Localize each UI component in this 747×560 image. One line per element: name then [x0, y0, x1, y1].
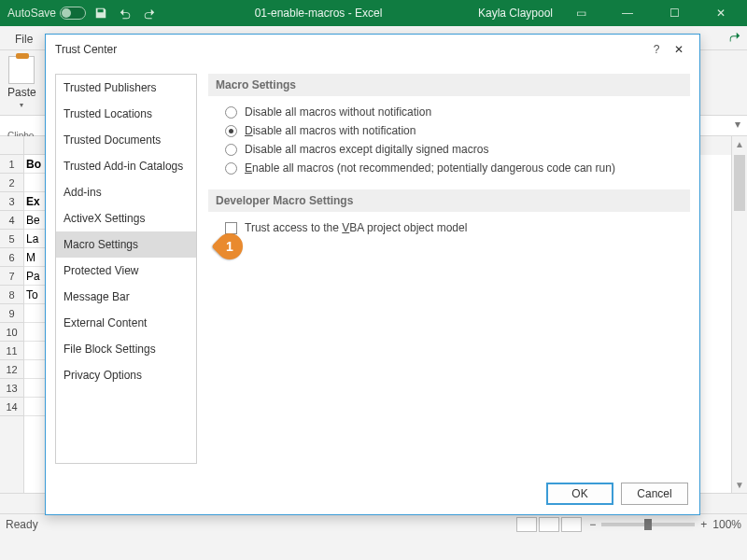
row-header[interactable]: 4	[0, 211, 23, 230]
page-break-icon[interactable]	[561, 517, 582, 532]
nav-trusted-locations[interactable]: Trusted Locations	[56, 101, 196, 127]
vertical-scrollbar[interactable]: ▲ ▼	[731, 136, 747, 493]
normal-view-icon[interactable]	[516, 517, 537, 532]
nav-add-ins[interactable]: Add-ins	[56, 179, 196, 205]
save-icon[interactable]	[92, 4, 110, 22]
scroll-down-icon[interactable]: ▼	[732, 477, 747, 493]
undo-icon[interactable]	[116, 4, 134, 22]
tab-file[interactable]: File	[6, 29, 42, 49]
developer-macro-header: Developer Macro Settings	[208, 189, 690, 212]
minimize-icon[interactable]: —	[609, 0, 646, 26]
row-header[interactable]: 14	[0, 398, 23, 416]
radio-label: Enable all macros (not recommended; pote…	[245, 161, 615, 175]
macro-settings-header: Macro Settings	[208, 74, 690, 96]
redo-icon[interactable]	[140, 4, 159, 22]
status-ready: Ready	[6, 518, 38, 531]
zoom-level[interactable]: 100%	[712, 518, 741, 531]
cancel-button[interactable]: Cancel	[621, 483, 688, 505]
dialog-footer: OK Cancel	[46, 473, 699, 514]
document-title: 01-enable-macros - Excel	[159, 7, 478, 20]
radio-icon	[225, 125, 237, 137]
view-buttons	[516, 517, 582, 532]
nav-file-block-settings[interactable]: File Block Settings	[56, 336, 196, 362]
nav-activex-settings[interactable]: ActiveX Settings	[56, 205, 196, 231]
zoom-out-icon[interactable]: −	[589, 518, 596, 531]
switch-icon	[60, 7, 86, 20]
radio-icon	[225, 106, 237, 119]
row-header[interactable]: 2	[0, 174, 23, 192]
nav-external-content[interactable]: External Content	[56, 310, 196, 336]
radio-label: Disable all macros with notification	[245, 124, 416, 137]
trust-center-dialog: Trust Center ? ✕ Trusted Publishers Trus…	[45, 34, 700, 515]
titlebar: AutoSave 01-enable-macros - Excel Kayla …	[0, 0, 747, 26]
nav-trusted-publishers[interactable]: Trusted Publishers	[56, 75, 196, 101]
nav-protected-view[interactable]: Protected View	[56, 258, 196, 284]
row-header[interactable]: 3	[0, 192, 23, 211]
nav-macro-settings[interactable]: Macro Settings	[56, 231, 196, 258]
ribbon-options-icon[interactable]: ▭	[562, 0, 599, 26]
nav-privacy-options[interactable]: Privacy Options	[56, 362, 196, 388]
checkbox-icon	[225, 222, 237, 234]
radio-icon	[225, 144, 237, 156]
row-headers: 1 2 3 4 5 6 7 8 9 10 11 12 13 14	[0, 136, 24, 493]
radio-enable-all[interactable]: Enable all macros (not recommended; pote…	[225, 161, 690, 175]
radio-disable-with-notification[interactable]: Disable all macros with notification	[225, 124, 690, 137]
share-icon[interactable]	[723, 25, 747, 49]
row-header[interactable]: 11	[0, 342, 23, 360]
ok-button[interactable]: OK	[546, 483, 613, 505]
trust-center-nav: Trusted Publishers Trusted Locations Tru…	[55, 74, 197, 464]
page-layout-icon[interactable]	[539, 517, 559, 532]
row-header[interactable]: 8	[0, 286, 23, 304]
paste-label: Paste	[7, 86, 36, 99]
radio-label: Disable all macros except digitally sign…	[245, 143, 488, 156]
dialog-content: Macro Settings Disable all macros withou…	[208, 74, 690, 464]
autosave-toggle[interactable]: AutoSave	[7, 7, 86, 20]
checkbox-label: Trust access to the VBA project object m…	[245, 221, 467, 234]
row-header[interactable]: 1	[0, 155, 23, 174]
radio-icon	[225, 162, 237, 175]
radio-disable-no-notification[interactable]: Disable all macros without notification	[225, 105, 690, 119]
clipboard-icon	[8, 56, 35, 84]
user-name[interactable]: Kayla Claypool	[478, 7, 553, 20]
help-icon[interactable]: ?	[645, 43, 668, 56]
row-header[interactable]: 9	[0, 304, 23, 323]
radio-label: Disable all macros without notification	[245, 105, 431, 119]
row-header[interactable]: 12	[0, 360, 23, 379]
row-header[interactable]: 7	[0, 267, 23, 286]
radio-disable-except-signed[interactable]: Disable all macros except digitally sign…	[225, 143, 690, 156]
autosave-label: AutoSave	[7, 7, 56, 20]
chevron-down-icon[interactable]: ▾	[730, 118, 745, 131]
row-header[interactable]: 5	[0, 230, 23, 248]
dialog-title: Trust Center	[55, 43, 645, 56]
row-header[interactable]: 10	[0, 323, 23, 342]
scroll-thumb[interactable]	[734, 155, 745, 211]
nav-message-bar[interactable]: Message Bar	[56, 284, 196, 310]
paste-button[interactable]: Paste ▾	[7, 56, 36, 109]
row-header[interactable]: 6	[0, 248, 23, 267]
zoom-in-icon[interactable]: +	[700, 518, 707, 531]
maximize-icon[interactable]: ☐	[655, 0, 693, 26]
checkbox-trust-vba[interactable]: Trust access to the VBA project object m…	[225, 221, 690, 234]
dialog-titlebar: Trust Center ? ✕	[46, 35, 699, 64]
nav-trusted-documents[interactable]: Trusted Documents	[56, 127, 196, 153]
row-header[interactable]: 13	[0, 379, 23, 398]
status-bar: Ready − + 100%	[0, 513, 747, 534]
nav-trusted-addin-catalogs[interactable]: Trusted Add-in Catalogs	[56, 153, 196, 179]
zoom-slider[interactable]: − + 100%	[589, 518, 741, 531]
close-window-icon[interactable]: ✕	[702, 0, 740, 26]
scroll-up-icon[interactable]: ▲	[732, 136, 747, 152]
close-icon[interactable]: ✕	[668, 43, 690, 56]
